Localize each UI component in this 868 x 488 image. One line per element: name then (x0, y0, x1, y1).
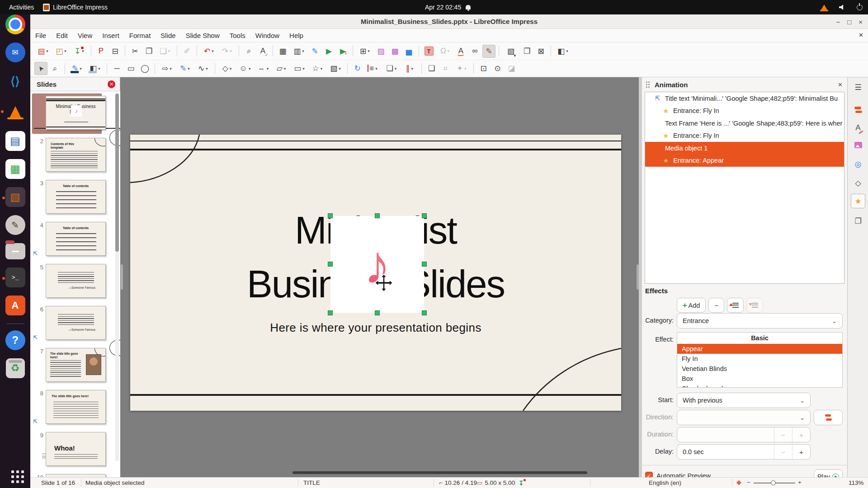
animation-list-item[interactable]: ★ Entrance: Fly In (645, 105, 844, 117)
delete-slide-button[interactable]: ⊠ (534, 45, 547, 58)
toolbar-separator[interactable] (499, 46, 499, 56)
duplicate-slide-button[interactable]: ❐ (520, 45, 533, 58)
fit-slide-icon[interactable]: ✥ (736, 479, 741, 486)
toolbar-separator[interactable] (273, 46, 273, 56)
title-bar[interactable]: Minimalist_Business_Slides.pptx - LibreO… (30, 14, 868, 29)
delay-spinbox[interactable]: 0.0 sec − + (677, 444, 811, 460)
dock-gimp-icon[interactable]: ✎ (5, 215, 25, 235)
start-from-first-slide-button[interactable]: ▶ (322, 45, 335, 58)
curves-polygons-button[interactable]: ✎ (176, 62, 193, 75)
toolbar-separator[interactable] (177, 46, 177, 56)
focused-app-indicator[interactable]: LibreOffice Impress (43, 4, 108, 11)
connectors-button[interactable]: ∿ (194, 62, 212, 75)
sidebar-settings-icon[interactable]: ☰ (851, 80, 865, 94)
dock-separator[interactable] (6, 324, 24, 324)
display-grid-button[interactable]: ▦ (276, 45, 289, 58)
shadow-button[interactable]: ❏ (425, 62, 438, 75)
lines-arrows-button[interactable]: ⇨ (158, 62, 175, 75)
menu-item[interactable]: Slide (156, 30, 180, 41)
selected-media-object[interactable]: ♪ (330, 216, 424, 313)
dock-calc-icon[interactable]: ▦ (5, 159, 25, 179)
zoom-in-button[interactable]: + (798, 479, 802, 486)
print-button[interactable]: ⊟ (108, 45, 122, 58)
resize-handle[interactable] (328, 310, 333, 315)
paste-button[interactable]: ❏ (156, 45, 174, 58)
panel-splitter[interactable] (639, 77, 642, 477)
special-character-button[interactable]: Ω (436, 45, 453, 58)
slides-scrollbar[interactable] (115, 94, 119, 461)
symbol-shapes-button[interactable]: ☺ (236, 62, 254, 75)
hyperlink-button[interactable]: ∞ (468, 45, 481, 58)
move-effect-up-button[interactable] (727, 298, 744, 313)
slide-thumbnail-row[interactable]: 6 ⇱ ♪ —Someone Famous (34, 306, 120, 341)
zoom-slider[interactable] (754, 483, 795, 483)
maximize-button[interactable]: □ (847, 18, 851, 26)
slide-thumbnail-row[interactable]: 7 ⇱ The slide title goes here! ♪ (34, 348, 120, 383)
effect-options-button[interactable] (814, 410, 843, 425)
toolbar-separator[interactable] (107, 63, 107, 74)
dock-files-icon[interactable] (5, 243, 25, 259)
decrement-icon[interactable]: − (774, 445, 792, 459)
resize-handle[interactable] (422, 262, 427, 267)
unsaved-changes-icon[interactable]: ↧ (519, 479, 524, 487)
basic-shapes-button[interactable]: ◇ (218, 62, 236, 75)
save-button[interactable]: ↧ (71, 45, 88, 58)
menu-item[interactable]: Format (124, 30, 156, 41)
slide-thumbnail[interactable]: The slide title goes here! ♪ (46, 348, 106, 382)
insert-table-button[interactable]: ⊞ (356, 45, 373, 58)
spelling-button[interactable]: A (256, 45, 269, 58)
toolbar-separator[interactable] (197, 46, 197, 56)
menu-item[interactable]: Edit (51, 30, 73, 41)
insert-chart-button[interactable]: ▅ (402, 45, 415, 58)
decrement-icon[interactable]: − (774, 427, 792, 442)
document-close-button[interactable]: ✕ (859, 32, 863, 38)
window-close-button[interactable]: × (859, 18, 863, 26)
vlc-tray-icon[interactable] (821, 5, 827, 10)
direction-dropdown[interactable]: ⌄ (677, 410, 811, 425)
export-pdf-button[interactable]: P (94, 45, 108, 58)
toolbar-separator[interactable] (65, 63, 65, 74)
toolbar-separator[interactable] (347, 63, 348, 74)
animation-list-item[interactable]: Text Frame 'Here is ...' 'Google Shape;4… (645, 117, 844, 130)
duration-spinbox[interactable]: − + (677, 427, 811, 442)
flowchart-button[interactable]: ▱ (273, 62, 290, 75)
power-icon[interactable] (857, 5, 863, 10)
animation-list-item[interactable]: ★ Entrance: Fly In (645, 130, 844, 142)
move-effect-down-button[interactable] (746, 298, 763, 313)
effect-option[interactable]: Checkerboard (677, 384, 842, 388)
slide-thumbnail[interactable]: Whoa! ♪ (46, 432, 106, 466)
slide-thumbnail[interactable]: ♪ (46, 474, 106, 477)
toolbar-separator[interactable] (91, 46, 91, 56)
effect-option[interactable]: Fly In (677, 354, 842, 364)
dock-terminal-icon[interactable]: >_ (5, 267, 25, 287)
3d-objects-button[interactable]: ▧ (327, 62, 344, 75)
toolbar-separator[interactable] (155, 63, 155, 74)
toolbar-separator[interactable] (551, 46, 551, 56)
insert-textbox-button[interactable]: T (422, 45, 435, 58)
slide-canvas[interactable]: Minimalist Business Slides Here is where… (130, 135, 621, 411)
redo-button[interactable]: ↷ (218, 45, 236, 58)
tab-gallery[interactable] (851, 138, 865, 152)
align-objects-button[interactable]: ≡ (365, 62, 382, 75)
cut-button[interactable]: ✂ (128, 45, 142, 58)
insert-line-button[interactable]: ─ (110, 62, 123, 75)
slide-layout-button[interactable]: ◧ (554, 45, 571, 58)
menu-item[interactable]: Tools (225, 30, 250, 41)
effect-option[interactable]: Appear (677, 344, 842, 354)
menu-item[interactable]: Insert (97, 30, 124, 41)
resize-handle[interactable] (375, 213, 380, 218)
effect-option[interactable]: Box (677, 374, 842, 384)
undo-button[interactable]: ↶ (200, 45, 217, 58)
slide-thumbnail[interactable]: Minimalist Business Slides ♪ (46, 96, 106, 130)
dock-impress-icon[interactable]: ▧ (5, 187, 25, 207)
rotate-button[interactable]: ↻ (351, 62, 364, 75)
open-button[interactable]: ◰ (52, 45, 70, 58)
dock-thunderbird-icon[interactable]: ✉ (5, 42, 25, 62)
animation-list-item[interactable]: Media object 1 (645, 142, 844, 155)
resize-handle[interactable] (375, 310, 380, 315)
menu-item[interactable]: Slide Show (181, 30, 225, 41)
dock-vlc-icon[interactable] (4, 101, 26, 123)
image-filter-button[interactable]: ✦ (453, 62, 470, 75)
volume-icon[interactable] (839, 5, 845, 10)
tab-properties[interactable] (851, 103, 865, 117)
